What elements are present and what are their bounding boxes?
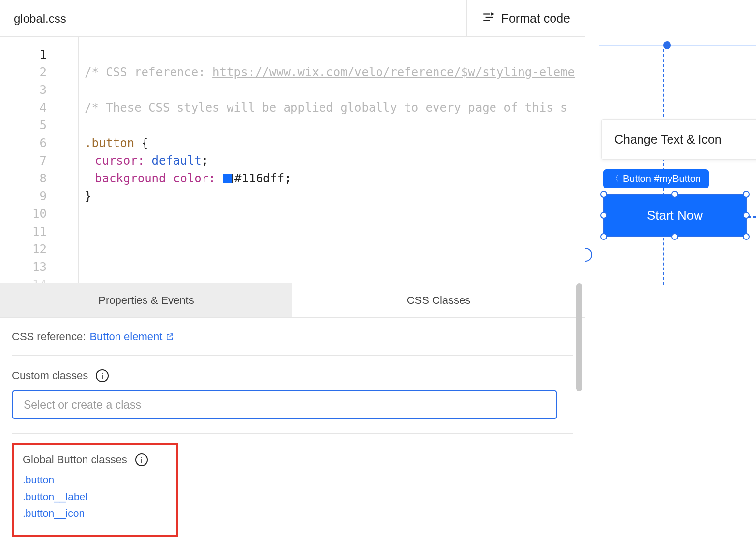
line-number: 5 [0, 117, 47, 134]
global-classes-label: Global Button classes [23, 453, 127, 466]
line-number: 2 [0, 63, 47, 81]
color-swatch[interactable] [223, 174, 233, 183]
tab-css-classes[interactable]: CSS Classes [292, 283, 585, 317]
code-comment: /* CSS reference: [85, 65, 212, 79]
ruler-line [599, 45, 756, 46]
global-classes-label-row: Global Button classes i [23, 453, 167, 466]
code-comment: /* These CSS styles will be applied glob… [85, 101, 568, 115]
code-property: cursor: [95, 154, 145, 168]
bottom-panel: Properties & Events CSS Classes CSS refe… [0, 283, 585, 538]
line-number: 3 [0, 81, 47, 99]
custom-classes-input[interactable] [12, 390, 557, 419]
code-property: background-color: [95, 172, 216, 185]
header-bar: global.css Format code [0, 0, 585, 37]
css-reference-link[interactable]: Button element [89, 330, 174, 343]
line-number: 13 [0, 258, 47, 276]
global-classes-highlight: Global Button classes i .button .button_… [12, 443, 178, 537]
global-classes-list: .button .button__label .button__icon [23, 474, 167, 519]
format-code-button[interactable]: Format code [466, 0, 585, 36]
line-number: 10 [0, 205, 47, 223]
guide-vertical [663, 49, 664, 285]
format-code-icon [482, 11, 494, 27]
element-badge-label: Button #myButton [623, 173, 701, 184]
info-icon[interactable]: i [135, 453, 148, 466]
panel-body: CSS reference: Button element Custom cla… [0, 318, 585, 538]
preview-button[interactable]: Start Now [603, 194, 747, 237]
custom-classes-label-row: Custom classes i [12, 369, 573, 382]
panel-tabs: Properties & Events CSS Classes [0, 283, 585, 318]
global-class-item[interactable]: .button [23, 474, 167, 486]
edge-handle[interactable] [585, 248, 592, 262]
chevron-left-icon: 〈 [611, 174, 619, 184]
line-number: 7 [0, 152, 47, 170]
ruler-handle[interactable] [663, 41, 671, 49]
line-number: 1 [0, 46, 47, 63]
line-number: 12 [0, 240, 47, 258]
global-class-item[interactable]: .button__icon [23, 508, 167, 519]
filename: global.css [0, 12, 466, 26]
preview-button-label: Start Now [647, 208, 703, 223]
code-link[interactable]: https://www.wix.com/velo/reference/$w/st… [212, 65, 575, 79]
line-number: 11 [0, 223, 47, 240]
code-value: default [145, 154, 202, 168]
code-selector: .button [85, 136, 134, 150]
line-number: 6 [0, 134, 47, 152]
line-number: 8 [0, 170, 47, 187]
code-brace: } [85, 189, 91, 203]
tab-properties-events[interactable]: Properties & Events [0, 283, 292, 317]
css-reference-label: CSS reference: [12, 330, 86, 343]
scrollbar-thumb[interactable] [576, 283, 582, 391]
change-text-icon-popover[interactable]: Change Text & Icon [601, 119, 756, 160]
element-badge[interactable]: 〈 Button #myButton [603, 169, 709, 188]
preview-canvas[interactable]: Change Text & Icon 〈 Button #myButton St… [585, 0, 756, 538]
css-reference-row: CSS reference: Button element [12, 330, 573, 356]
guide-horizontal [748, 216, 756, 218]
custom-classes-label: Custom classes [12, 369, 88, 382]
external-link-icon [165, 332, 174, 341]
code-hex: #116dff [234, 172, 284, 185]
info-icon[interactable]: i [96, 369, 109, 382]
line-number: 9 [0, 187, 47, 205]
divider [12, 433, 573, 434]
format-code-label: Format code [501, 11, 570, 26]
global-class-item[interactable]: .button__label [23, 491, 167, 503]
ruler[interactable] [599, 44, 756, 47]
line-number: 4 [0, 99, 47, 117]
